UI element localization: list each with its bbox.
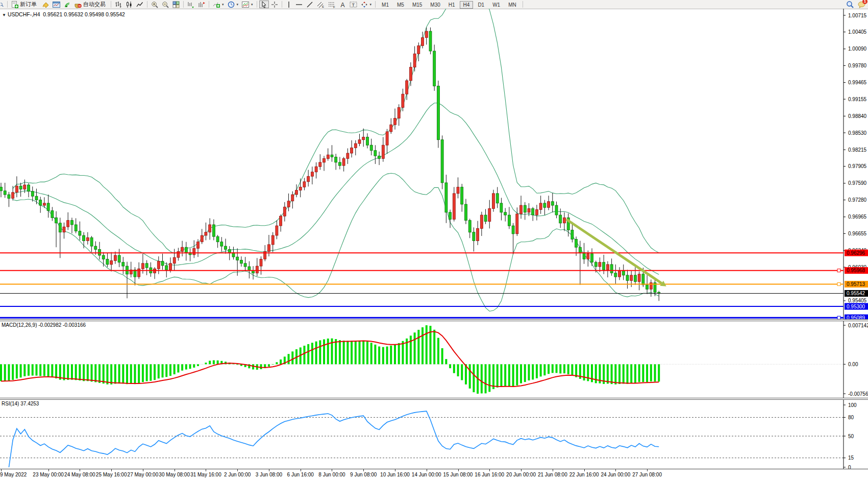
trendline-button[interactable] xyxy=(305,1,315,8)
text-button[interactable]: A xyxy=(338,1,348,8)
time-label: 10 Jun 16:00 xyxy=(380,472,410,477)
main-chart[interactable]: 1.007151.004051.000900.997800.994650.991… xyxy=(0,9,868,319)
chart-window-icon xyxy=(53,1,60,8)
vertical-line-button[interactable] xyxy=(284,1,293,8)
time-tick xyxy=(615,469,616,471)
arrows-button[interactable]: ▾ xyxy=(359,1,374,8)
time-label: 8 Jun 00:00 xyxy=(318,472,345,477)
templates-button[interactable]: ▾ xyxy=(240,1,255,8)
periods-button[interactable]: ▾ xyxy=(226,1,240,8)
cursor-button[interactable] xyxy=(259,1,269,8)
candles xyxy=(0,28,660,301)
auto-trading-label: 自动交易 xyxy=(83,1,106,8)
tab-timeframe-m30[interactable]: M30 xyxy=(427,1,443,9)
signals-button[interactable] xyxy=(62,1,72,8)
tab-timeframe-d1[interactable]: D1 xyxy=(474,1,488,9)
auto-trading-button[interactable]: 自动交易 xyxy=(73,1,109,8)
time-tick xyxy=(143,469,143,471)
tile-windows-button[interactable] xyxy=(171,1,181,8)
time-tick xyxy=(175,469,175,471)
svg-text:0.00: 0.00 xyxy=(848,362,858,367)
time-tick xyxy=(458,469,459,471)
tab-timeframe-w1[interactable]: W1 xyxy=(489,1,504,9)
toolbar-separator xyxy=(523,1,523,8)
svg-text:-0.007561: -0.007561 xyxy=(848,391,868,397)
indicators-icon xyxy=(213,1,220,8)
notifications-button[interactable]: 1 xyxy=(858,1,865,8)
rsi-label: RSI(14) 37.4253 xyxy=(2,401,39,406)
svg-text:1.00090: 1.00090 xyxy=(848,46,867,52)
time-tick xyxy=(553,469,553,471)
time-label: 3 Jun 08:00 xyxy=(256,472,282,477)
svg-text:A: A xyxy=(340,1,344,8)
svg-text:0.97905: 0.97905 xyxy=(848,163,867,169)
time-tick xyxy=(1,469,2,471)
symbol-header[interactable]: ▼USDCHF-,H4 0.95621 0.95632 0.95498 0.95… xyxy=(2,11,125,17)
tab-timeframe-m5[interactable]: M5 xyxy=(393,1,408,9)
time-label: 14 Jun 00:00 xyxy=(412,472,441,477)
equidistant-channel-button[interactable]: E xyxy=(315,1,326,8)
time-tick xyxy=(269,469,269,471)
paint-bucket-icon xyxy=(42,1,49,8)
tab-timeframe-h1[interactable]: H1 xyxy=(445,1,459,9)
bar-chart-icon xyxy=(115,1,122,8)
svg-text:0.99155: 0.99155 xyxy=(848,97,867,102)
text-icon: A xyxy=(339,1,346,8)
chevron-down-icon: ▾ xyxy=(222,3,224,7)
time-axis[interactable]: 9 May 202223 May 00:0024 May 08:0025 May… xyxy=(0,469,868,480)
line-handle xyxy=(837,269,840,272)
candlestick-icon xyxy=(126,1,133,8)
tab-timeframe-h4[interactable]: H4 xyxy=(460,1,474,9)
indicators-button[interactable]: ▾ xyxy=(211,1,226,8)
bar-chart-button[interactable] xyxy=(113,1,123,8)
macd-plot xyxy=(0,325,844,394)
bollinger-band xyxy=(13,103,659,275)
line-chart-button[interactable] xyxy=(135,1,145,8)
fibonacci-icon: F xyxy=(328,1,336,8)
time-tick xyxy=(521,469,522,471)
zoom-out-icon xyxy=(162,1,169,8)
zoom-in-button[interactable] xyxy=(150,1,160,8)
crosshair-icon xyxy=(271,1,278,8)
horizontal-line-button[interactable] xyxy=(294,1,304,8)
macd-panel[interactable]: 0.0071420.00-0.007561 xyxy=(0,321,868,398)
chart-shift-button[interactable] xyxy=(196,1,207,8)
chevron-down-icon: ▾ xyxy=(370,3,372,7)
svg-text:0.98530: 0.98530 xyxy=(848,130,867,136)
toolbar-separator xyxy=(375,1,376,8)
svg-text:0.96965: 0.96965 xyxy=(848,214,867,220)
fibonacci-button[interactable]: F xyxy=(327,1,337,8)
signal-icon xyxy=(64,1,71,8)
crosshair-button[interactable] xyxy=(269,1,280,8)
rsi-panel[interactable]: 1008050150 xyxy=(0,400,868,469)
time-tick xyxy=(363,469,364,471)
zoom-out-button[interactable] xyxy=(160,1,170,8)
tab-timeframe-mn[interactable]: MN xyxy=(505,1,520,9)
svg-text:0.95542: 0.95542 xyxy=(847,291,865,296)
svg-text:0.007142: 0.007142 xyxy=(848,323,868,328)
tab-timeframe-m1[interactable]: M1 xyxy=(378,1,392,9)
candlestick-chart-button[interactable] xyxy=(124,1,134,8)
time-label: 6 Jun 16:00 xyxy=(287,472,314,477)
time-label: 15 Jun 08:00 xyxy=(443,472,473,477)
tab-timeframe-m15[interactable]: M15 xyxy=(409,1,426,9)
chevron-down-icon: ▾ xyxy=(237,3,239,7)
chart-window-button[interactable] xyxy=(51,1,62,8)
auto-scroll-button[interactable] xyxy=(186,1,196,8)
time-label: 16 Jun 16:00 xyxy=(475,472,504,477)
time-tick xyxy=(111,469,112,471)
search-button[interactable] xyxy=(846,1,854,8)
styles-button[interactable] xyxy=(40,1,51,8)
search-icon[interactable] xyxy=(0,1,5,8)
toolbar-separator xyxy=(257,1,257,8)
time-tick xyxy=(237,469,238,471)
time-label: 2 Jun 00:00 xyxy=(224,472,251,477)
svg-text:0.95300: 0.95300 xyxy=(847,304,865,309)
svg-text:50: 50 xyxy=(848,434,854,439)
time-label: 9 Jun 08:00 xyxy=(350,472,377,477)
new-order-button[interactable]: 新订单 xyxy=(10,1,40,8)
svg-text:E: E xyxy=(322,5,324,8)
bollinger-band xyxy=(13,9,659,253)
svg-text:0.98215: 0.98215 xyxy=(848,147,867,153)
text-label-button[interactable]: T xyxy=(348,1,359,8)
